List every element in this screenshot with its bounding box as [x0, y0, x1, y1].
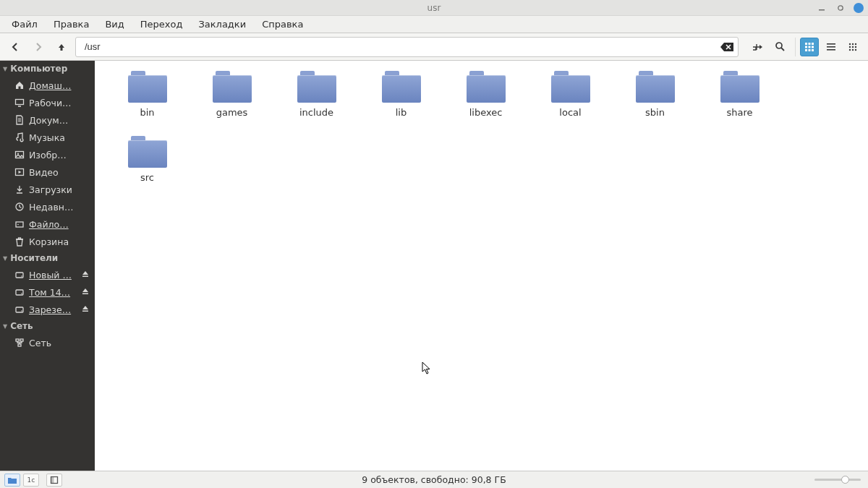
folder-icon	[720, 71, 760, 103]
toggle-location-button[interactable]	[749, 38, 767, 56]
sidebar-item[interactable]: Зарезе…	[0, 301, 95, 318]
sidebar-item[interactable]: Загрузки	[0, 181, 95, 198]
folder-item[interactable]: lib	[359, 68, 443, 133]
svg-rect-6	[812, 43, 814, 45]
sidebar-item[interactable]: Файло…	[0, 215, 95, 233]
folder-label: lib	[396, 107, 407, 118]
menu-go[interactable]: Переход	[133, 17, 190, 32]
sidebar-heading[interactable]: ▼Носители	[0, 250, 95, 266]
folder-item[interactable]: games	[190, 68, 274, 133]
toolbar	[0, 33, 868, 61]
nav-forward-button[interactable]	[29, 38, 48, 56]
tree-toggle-button[interactable]: 1c	[23, 474, 39, 487]
zoom-slider[interactable]	[814, 479, 861, 481]
sidebar-item[interactable]: Корзина	[0, 233, 95, 250]
svg-rect-4	[805, 43, 807, 45]
svg-rect-11	[809, 49, 811, 51]
folder-item[interactable]: src	[105, 133, 190, 198]
svg-rect-42	[16, 290, 23, 295]
sidebar-item[interactable]: Изобр…	[0, 146, 95, 163]
list-view-button[interactable]	[822, 38, 841, 56]
places-toggle-button[interactable]	[4, 474, 20, 487]
menu-bookmarks[interactable]: Закладки	[191, 17, 253, 32]
svg-rect-14	[827, 46, 835, 48]
sidebar-heading[interactable]: ▼Сеть	[0, 318, 95, 334]
svg-rect-9	[812, 46, 814, 48]
maximize-button[interactable]	[835, 2, 846, 14]
folder-item[interactable]: libexec	[443, 68, 528, 133]
svg-rect-38	[19, 238, 21, 239]
sidebar-item-label: Загрузки	[29, 184, 92, 195]
sidebar-item[interactable]: Новый …	[0, 266, 95, 283]
folder-icon	[467, 71, 506, 103]
nav-back-button[interactable]	[6, 38, 25, 56]
close-panel-button[interactable]	[46, 474, 62, 487]
folder-item[interactable]: include	[274, 68, 359, 133]
sidebar-item-label: Видео	[29, 167, 92, 178]
menu-file[interactable]: Файл	[4, 17, 45, 32]
sidebar-item[interactable]: Музыка	[0, 129, 95, 146]
svg-rect-12	[812, 49, 814, 51]
svg-rect-8	[809, 46, 811, 48]
drive-icon	[14, 270, 25, 280]
sidebar-item[interactable]: Видео	[0, 163, 95, 181]
svg-point-19	[849, 46, 851, 47]
sidebar-item-label: Докум…	[29, 115, 92, 126]
menu-help[interactable]: Справка	[255, 17, 310, 32]
minimize-button[interactable]	[816, 2, 827, 14]
sidebar-item[interactable]: Том 14…	[0, 283, 95, 301]
chevron-down-icon: ▼	[3, 323, 7, 330]
eject-icon[interactable]	[82, 305, 90, 314]
drive-icon	[14, 287, 25, 297]
svg-point-22	[849, 48, 851, 50]
menu-view[interactable]: Вид	[98, 17, 131, 32]
sidebar-item[interactable]: Докум…	[0, 111, 95, 129]
content-area[interactable]: bingamesincludeliblibexeclocalsbinshares…	[95, 61, 868, 471]
folder-label: sbin	[645, 107, 665, 118]
folder-item[interactable]: local	[528, 68, 613, 133]
folder-icon	[551, 71, 590, 103]
location-bar[interactable]	[75, 37, 739, 57]
svg-point-17	[852, 43, 854, 44]
svg-point-1	[838, 5, 843, 9]
svg-rect-47	[82, 311, 88, 312]
search-button[interactable]	[770, 38, 789, 56]
clear-location-icon[interactable]	[720, 42, 733, 52]
sidebar-heading-label: Сеть	[10, 321, 33, 331]
status-text: 9 объектов, свободно: 90,8 ГБ	[362, 474, 506, 485]
folder-item[interactable]: sbin	[613, 68, 697, 133]
sidebar-item[interactable]: Сеть	[0, 334, 95, 351]
folder-item[interactable]: share	[697, 68, 782, 133]
eject-icon[interactable]	[82, 270, 90, 279]
sidebar-item[interactable]: Недавн…	[0, 198, 95, 215]
compact-view-button[interactable]	[843, 38, 862, 56]
window-buttons	[816, 2, 864, 14]
folder-icon	[128, 71, 167, 103]
location-input[interactable]	[83, 40, 720, 53]
sidebar-item[interactable]: Домаш…	[0, 77, 95, 94]
eject-icon[interactable]	[82, 288, 90, 296]
svg-rect-52	[51, 476, 54, 483]
svg-rect-0	[819, 9, 825, 11]
sidebar-item[interactable]: Рабочи…	[0, 94, 95, 111]
view-switcher	[795, 38, 862, 56]
nav-up-button[interactable]	[52, 38, 71, 56]
svg-rect-50	[18, 344, 21, 346]
svg-rect-10	[805, 49, 807, 51]
folder-label: share	[726, 107, 752, 118]
window-title: usr	[427, 3, 441, 13]
sidebar-item-label: Файло…	[29, 219, 92, 230]
status-left-controls: 1c	[0, 474, 62, 487]
svg-point-18	[855, 43, 856, 44]
folder-label: libexec	[469, 107, 503, 118]
close-button[interactable]	[854, 3, 864, 13]
sidebar-item-label: Том 14…	[29, 287, 77, 298]
svg-rect-41	[82, 276, 88, 278]
sidebar-item-label: Зарезе…	[29, 304, 77, 315]
svg-point-40	[21, 275, 22, 277]
icon-view-button[interactable]	[800, 38, 819, 56]
sidebar-heading[interactable]: ▼Компьютер	[0, 61, 95, 77]
folder-item[interactable]: bin	[105, 68, 190, 133]
menu-edit[interactable]: Правка	[46, 17, 96, 32]
svg-rect-7	[805, 46, 807, 48]
